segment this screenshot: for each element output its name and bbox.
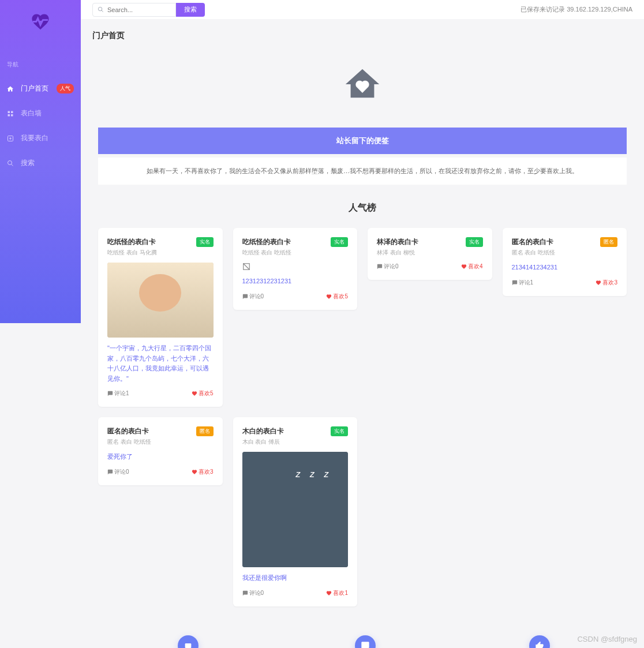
card-subtitle: 木白 表白 傅辰 [242,438,284,446]
comment-icon [377,264,383,269]
card-subtitle: 匿名 表白 吃纸怪 [107,438,151,446]
card-image-broken [242,263,250,271]
comment-icon [107,469,113,475]
sidebar-item-label: 表白墙 [21,108,42,118]
page-content: 门户首页 站长留下的便签 如果有一天，不再喜欢你了，我的生活会不会又像从前那样堕… [81,19,644,648]
grid-icon [7,110,15,118]
topbar: 搜索 已保存来访记录 39.162.129.129,CHINA [81,0,644,19]
comment-count[interactable]: 评论0 [242,293,264,301]
stat-icon-circle [529,635,550,648]
stats-row: 6张 表白卡总数 2条 评论总数 21个 点赞总数 [92,635,632,648]
search-icon [7,159,15,167]
comment-count[interactable]: 评论0 [107,468,129,476]
sidebar-item-label: 我要表白 [21,133,48,143]
main-content: 搜索 已保存来访记录 39.162.129.129,CHINA 门户首页 站长留… [81,0,644,648]
svg-rect-0 [8,111,10,113]
nav-badge-hot: 人气 [57,84,74,93]
card-header: 木白的表白卡 木白 表白 傅辰 实名 [242,426,349,446]
hero-icon [92,64,632,104]
logo [0,12,81,32]
card-tag: 实名 [466,237,483,247]
svg-rect-8 [185,643,192,648]
confession-card[interactable]: 吃纸怪的表白卡 吃纸怪 表白 吃纸怪 实名 12312312231231 评论0… [233,228,358,310]
nav-section-label: 导航 [0,61,81,69]
card-icon [184,641,193,648]
comment-icon [361,641,370,648]
card-tag: 实名 [331,426,348,436]
search-input[interactable] [107,6,171,13]
card-title: 林泽的表白卡 [377,237,418,247]
card-subtitle: 林泽 表白 柳悦 [377,249,418,257]
sidebar-item-label: 门户首页 [21,84,48,93]
heart-icon [596,280,601,286]
sidebar-item-wall[interactable]: 表白墙 [0,104,81,123]
confession-card[interactable]: 吃纸怪的表白卡 吃纸怪 表白 马化腾 实名 "一个宇宙，九大行星，二百零四个国家… [98,228,223,407]
sidebar: 导航 门户首页 人气 表白墙 我要表白 搜索 [0,0,81,323]
card-footer: 评论0 喜欢5 [242,293,349,301]
card-text: 爱死你了 [107,452,214,462]
svg-point-6 [98,7,102,10]
search-wrap: 搜索 [92,3,205,17]
card-footer: 评论0 喜欢4 [377,263,483,271]
like-count[interactable]: 喜欢4 [461,263,483,271]
comment-icon [107,391,113,396]
card-footer: 评论0 喜欢1 [242,589,349,597]
cards-grid: 吃纸怪的表白卡 吃纸怪 表白 马化腾 实名 "一个宇宙，九大行星，二百零四个国家… [92,228,632,606]
stat-icon-circle [355,635,376,648]
comment-icon [242,294,248,299]
card-subtitle: 吃纸怪 表白 马化腾 [107,249,157,257]
comment-count[interactable]: 评论0 [242,589,264,597]
home-icon [7,85,15,93]
svg-point-5 [8,160,12,164]
search-button[interactable]: 搜索 [176,3,205,17]
heart-icon [192,391,197,396]
card-title: 匿名的表白卡 [512,237,556,247]
sidebar-item-search[interactable]: 搜索 [0,153,81,173]
page-title: 门户首页 [92,31,632,41]
like-count[interactable]: 喜欢5 [326,293,348,301]
like-count[interactable]: 喜欢1 [326,589,348,597]
card-tag: 实名 [196,237,214,247]
confession-card[interactable]: 匿名的表白卡 匿名 表白 吃纸怪 匿名 2134141234231 评论1 喜欢… [503,228,627,296]
card-footer: 评论1 喜欢3 [512,279,618,287]
card-image [242,452,349,567]
card-header: 林泽的表白卡 林泽 表白 柳悦 实名 [377,237,483,257]
card-header: 匿名的表白卡 匿名 表白 吃纸怪 匿名 [512,237,618,257]
card-image [107,263,214,338]
comment-count[interactable]: 评论1 [107,389,129,398]
card-tag: 实名 [331,237,348,247]
card-tag: 匿名 [600,237,617,247]
svg-rect-3 [11,114,13,117]
svg-rect-1 [11,111,13,113]
heart-icon [326,590,332,596]
confession-card[interactable]: 匿名的表白卡 匿名 表白 吃纸怪 匿名 爱死你了 评论0 喜欢3 [98,417,223,485]
like-count[interactable]: 喜欢3 [596,279,617,287]
stat-item: 6张 表白卡总数 [174,635,203,648]
card-title: 吃纸怪的表白卡 [107,237,157,247]
comment-count[interactable]: 评论0 [377,263,399,271]
card-footer: 评论1 喜欢5 [107,389,214,398]
card-footer: 评论0 喜欢3 [107,468,214,476]
sidebar-item-label: 搜索 [21,158,35,168]
card-title: 木白的表白卡 [242,426,284,436]
card-title: 吃纸怪的表白卡 [242,237,292,247]
confession-card[interactable]: 木白的表白卡 木白 表白 傅辰 实名 我还是很爱你啊 评论0 喜欢1 [233,417,358,606]
card-header: 吃纸怪的表白卡 吃纸怪 表白 马化腾 实名 [107,237,214,257]
like-count[interactable]: 喜欢5 [192,389,214,398]
sidebar-item-confess[interactable]: 我要表白 [0,129,81,148]
confession-card[interactable]: 林泽的表白卡 林泽 表白 柳悦 实名 评论0 喜欢4 [368,228,492,280]
card-text: "一个宇宙，九大行星，二百零四个国家，八百零九个岛屿，七个大洋，六十八亿人口，我… [107,343,214,384]
card-tag: 匿名 [196,426,214,436]
comment-count[interactable]: 评论1 [512,279,534,287]
heart-icon [192,469,197,475]
stat-icon-circle [178,635,199,648]
card-title: 匿名的表白卡 [107,426,151,436]
search-box [92,3,176,17]
watermark: CSDN @sfdfgneg [577,635,637,643]
like-count[interactable]: 喜欢3 [192,468,214,476]
heart-icon [461,264,467,269]
search-icon [98,5,104,15]
sidebar-item-home[interactable]: 门户首页 人气 [0,79,81,98]
stat-item: 21个 点赞总数 [528,635,551,648]
plus-icon [7,134,15,143]
